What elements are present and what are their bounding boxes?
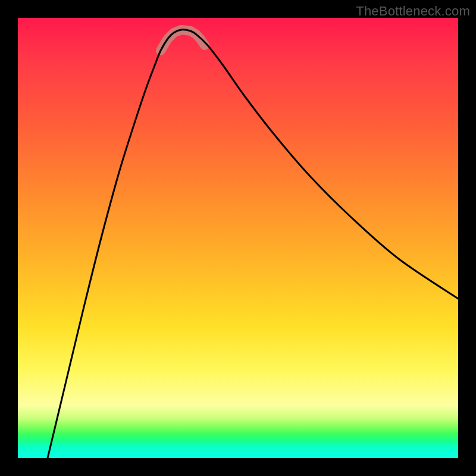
plot-area: [18, 18, 458, 458]
chart-frame: TheBottleneck.com: [0, 0, 476, 476]
watermark-text: TheBottleneck.com: [356, 4, 470, 19]
bottleneck-curve: [48, 30, 458, 458]
curve-svg: [18, 18, 458, 458]
